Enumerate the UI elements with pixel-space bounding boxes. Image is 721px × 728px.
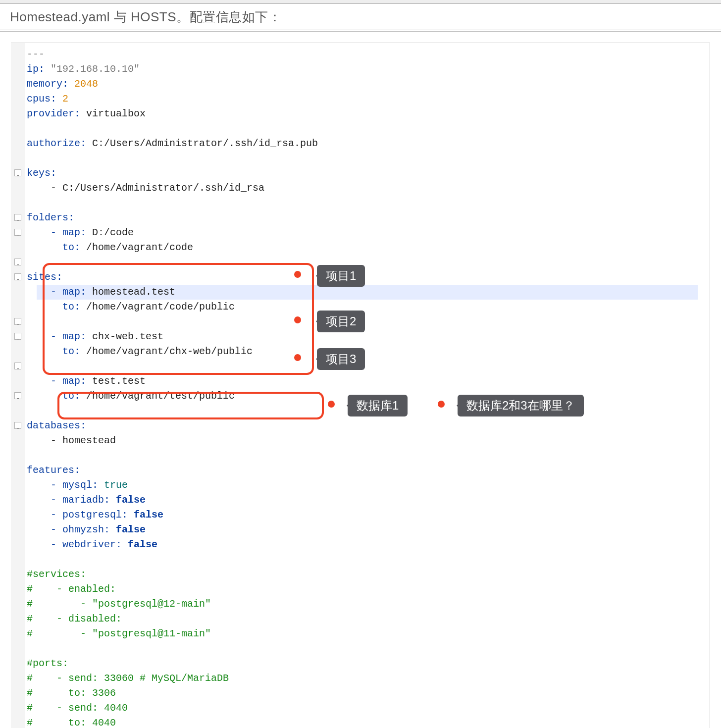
- callout-label-1: 项目1: [317, 265, 365, 287]
- code-key: to:: [62, 242, 80, 253]
- code-comment: # to: 4040: [27, 717, 116, 728]
- code-key: - mysql:: [51, 479, 98, 491]
- fold-marker[interactable]: [11, 359, 25, 374]
- code-line: ---: [27, 49, 45, 60]
- code-comment: #services:: [27, 569, 86, 580]
- code-comment: # - send: 4040: [27, 702, 128, 714]
- code-comment: # - disabled:: [27, 613, 122, 624]
- callout-dot: [294, 354, 301, 361]
- code-key: - ohmyzsh:: [51, 524, 110, 535]
- callout-dot: [328, 401, 335, 408]
- code-val: virtualbox: [86, 108, 146, 119]
- code-val: false: [128, 539, 157, 550]
- code-editor: --- ip: "192.168.10.10" memory: 2048 cpu…: [11, 43, 710, 728]
- code-val: C:/Users/Administrator/.ssh/id_rsa.pub: [92, 138, 318, 149]
- code-comment: # - "postgresql@11-main": [27, 628, 211, 639]
- code-key: - mariadb:: [51, 494, 110, 506]
- divider: [0, 30, 721, 30]
- fold-marker[interactable]: [11, 418, 25, 433]
- page-title: Homestead.yaml 与 HOSTS。配置信息如下：: [0, 3, 721, 30]
- code-key: - postgresql:: [51, 509, 128, 520]
- fold-marker[interactable]: [11, 389, 25, 404]
- code-comment: # - enabled:: [27, 583, 116, 595]
- callout-dot: [294, 316, 301, 323]
- fold-marker[interactable]: [11, 314, 25, 329]
- code-comment: # - send: 33060 # MySQL/MariaDB: [27, 673, 229, 684]
- code-comment: # - "postgresql@12-main": [27, 598, 211, 610]
- callout-box-db: [57, 392, 324, 419]
- fold-marker[interactable]: [11, 225, 25, 240]
- window-top-strip: [0, 0, 721, 3]
- callout-dot: [438, 401, 445, 408]
- code-key: provider:: [27, 108, 80, 119]
- code-key: memory:: [27, 78, 68, 90]
- code-val: D:/code: [92, 227, 134, 238]
- fold-marker[interactable]: [11, 255, 25, 270]
- code-val: false: [116, 494, 146, 506]
- code-block: --- ip: "192.168.10.10" memory: 2048 cpu…: [25, 43, 710, 728]
- code-val: - C:/Users/Administrator/.ssh/id_rsa: [51, 182, 264, 194]
- code-key: features:: [27, 465, 80, 476]
- code-key: - map:: [51, 375, 86, 387]
- code-val: - homestead: [51, 435, 116, 446]
- editor-gutter: [11, 43, 25, 728]
- code-key: ip:: [27, 63, 45, 75]
- code-val: /home/vagrant/code: [86, 242, 193, 253]
- code-val: false: [134, 509, 163, 520]
- fold-marker[interactable]: [11, 210, 25, 225]
- code-key: - map:: [51, 227, 86, 238]
- callout-box-sites: [43, 263, 314, 375]
- code-key: folders:: [27, 212, 74, 223]
- callout-dot: [294, 271, 301, 278]
- divider-light: [0, 31, 721, 32]
- callout-label-dbq: 数据库2和3在哪里？: [458, 395, 584, 416]
- code-key: databases:: [27, 420, 86, 431]
- code-key: keys:: [27, 167, 56, 179]
- callout-label-3: 项目3: [317, 348, 365, 370]
- code-val: true: [104, 479, 128, 491]
- code-val: 2048: [74, 78, 98, 90]
- callout-label-2: 项目2: [317, 311, 365, 332]
- fold-marker[interactable]: [11, 270, 25, 285]
- fold-marker[interactable]: [11, 166, 25, 181]
- code-val: false: [116, 524, 146, 535]
- callout-label-db1: 数据库1: [348, 395, 408, 416]
- fold-marker[interactable]: [11, 329, 25, 344]
- code-comment: # to: 3306: [27, 687, 116, 699]
- code-comment: #ports:: [27, 658, 68, 669]
- code-key: - webdriver:: [51, 539, 122, 550]
- code-key: cpus:: [27, 93, 56, 104]
- code-val: 2: [62, 93, 68, 104]
- code-val: test.test: [92, 375, 146, 387]
- code-key: authorize:: [27, 138, 86, 149]
- code-val: "192.168.10.10": [51, 63, 140, 75]
